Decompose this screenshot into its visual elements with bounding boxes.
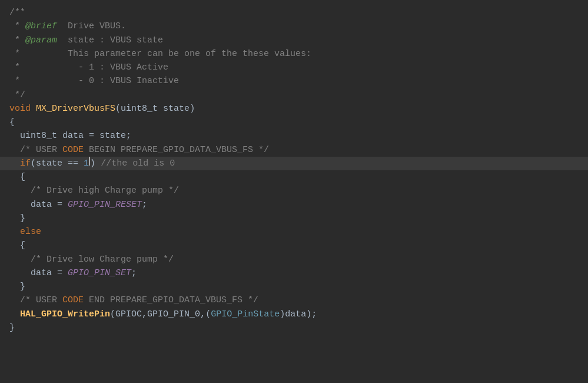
var-state: state bbox=[99, 129, 126, 143]
indent bbox=[9, 308, 20, 321]
operator-assign2: = bbox=[52, 266, 68, 280]
semicolon2: ; bbox=[131, 266, 137, 280]
indent bbox=[9, 225, 20, 239]
close-brace: } bbox=[20, 212, 25, 225]
code-line-16: } bbox=[0, 212, 588, 225]
indent bbox=[9, 239, 20, 252]
indent bbox=[9, 170, 20, 184]
space bbox=[31, 102, 36, 115]
paren-open2: ( bbox=[110, 308, 115, 321]
var-data2: data bbox=[31, 266, 52, 280]
keyword-else: else bbox=[20, 225, 41, 239]
operator-assign: = bbox=[52, 198, 68, 212]
comment-text: * This parameter can be one of the these… bbox=[9, 47, 311, 61]
var-data3: data bbox=[285, 308, 306, 321]
comment-drive-low: /* Drive low Charge pump */ bbox=[31, 253, 174, 266]
paren-open: ( bbox=[31, 157, 36, 170]
comment-text: /** bbox=[9, 6, 25, 19]
paren-close: ) bbox=[90, 157, 95, 170]
operator-eq: == bbox=[62, 157, 84, 170]
indent bbox=[9, 129, 20, 143]
code-keyword2: CODE bbox=[62, 293, 84, 307]
code-line-12: if(state == 1) //the old is 0 bbox=[0, 157, 588, 170]
code-line-2: * @brief Drive VBUS. bbox=[0, 19, 588, 33]
code-line-4: * This parameter can be one of the these… bbox=[0, 47, 588, 61]
code-line-15: data = GPIO_PIN_RESET; bbox=[0, 198, 588, 212]
cast-paren-close: ) bbox=[280, 308, 285, 321]
code-line-5: * - 1 : VBUS Active bbox=[0, 61, 588, 74]
code-editor: /** * @brief Drive VBUS. * @param state … bbox=[0, 0, 588, 383]
space: = bbox=[84, 129, 99, 143]
gpio-pinstate: GPIO_PinState bbox=[211, 308, 280, 321]
pin0: GPIO_PIN_0 bbox=[147, 308, 200, 321]
cast-paren-open: ( bbox=[205, 308, 211, 321]
comma2: , bbox=[200, 308, 205, 321]
paren: ( bbox=[115, 102, 121, 115]
code-line-14: /* Drive high Charge pump */ bbox=[0, 184, 588, 197]
indent bbox=[9, 184, 31, 197]
keyword-if: if bbox=[20, 157, 31, 170]
paren-close2: ); bbox=[306, 308, 317, 321]
comment-drive-high: /* Drive high Charge pump */ bbox=[31, 184, 179, 197]
code-line-23: HAL_GPIO_WritePin(GPIOC,GPIO_PIN_0,(GPIO… bbox=[0, 308, 588, 321]
space bbox=[158, 102, 163, 115]
code-line-24: } bbox=[0, 321, 588, 335]
close-brace-final: } bbox=[9, 321, 15, 335]
comma1: , bbox=[142, 308, 147, 321]
semicolon: ; bbox=[126, 129, 131, 143]
code-line-10: uint8_t data = state; bbox=[0, 129, 588, 143]
indent bbox=[9, 280, 20, 293]
comment-text: * - 0 : VBUS Inactive bbox=[9, 74, 179, 88]
user-code-end-comment2: END PREPARE_GPIO_DATA_VBUS_FS */ bbox=[84, 293, 258, 307]
comment-text: * - 1 : VBUS Active bbox=[9, 61, 168, 74]
macro-reset: GPIO_PIN_RESET bbox=[68, 198, 142, 212]
comment-text: state : VBUS state bbox=[57, 34, 163, 47]
type-uint8: uint8_t bbox=[20, 129, 57, 143]
space bbox=[57, 129, 62, 143]
comment-text: * bbox=[9, 34, 25, 47]
code-line-21: } bbox=[0, 280, 588, 293]
var-state: state bbox=[36, 157, 62, 170]
comment-text: * bbox=[9, 19, 25, 33]
code-line-19: /* Drive low Charge pump */ bbox=[0, 253, 588, 266]
close-brace2: } bbox=[20, 280, 25, 293]
var-data: data bbox=[31, 198, 52, 212]
comment-tag: @brief bbox=[25, 19, 57, 33]
open-brace: { bbox=[9, 115, 15, 129]
comment-param-tag: @param bbox=[25, 34, 57, 47]
code-keyword: CODE bbox=[62, 143, 84, 157]
indent bbox=[9, 293, 20, 307]
code-line-13: { bbox=[0, 170, 588, 184]
code-line-8: void MX_DriverVbusFS(uint8_t state) bbox=[0, 102, 588, 115]
user-code-end-comment: /* USER bbox=[20, 293, 62, 307]
open-brace: { bbox=[20, 170, 25, 184]
keyword-void: void bbox=[9, 102, 31, 115]
code-line-20: data = GPIO_PIN_SET; bbox=[0, 266, 588, 280]
gpioc: GPIOC bbox=[115, 308, 142, 321]
code-line-11: /* USER CODE BEGIN PREPARE_GPIO_DATA_VBU… bbox=[0, 143, 588, 157]
hal-function: HAL_GPIO_WritePin bbox=[20, 308, 110, 321]
paren-close: ) bbox=[190, 102, 195, 115]
user-code-comment2: BEGIN PREPARE_GPIO_DATA_VBUS_FS */ bbox=[84, 143, 269, 157]
param-state: state bbox=[163, 102, 190, 115]
type-uint8: uint8_t bbox=[121, 102, 158, 115]
code-line-22: /* USER CODE END PREPARE_GPIO_DATA_VBUS_… bbox=[0, 293, 588, 307]
code-line-18: { bbox=[0, 239, 588, 252]
semicolon: ; bbox=[142, 198, 147, 212]
function-name: MX_DriverVbusFS bbox=[36, 102, 115, 115]
indent bbox=[9, 266, 31, 280]
code-line-17: else bbox=[0, 225, 588, 239]
user-code-comment: /* USER bbox=[20, 143, 62, 157]
space bbox=[95, 157, 101, 170]
code-line-9: { bbox=[0, 115, 588, 129]
open-brace: { bbox=[20, 239, 25, 252]
macro-set: GPIO_PIN_SET bbox=[68, 266, 131, 280]
inline-comment: //the old is 0 bbox=[101, 157, 175, 170]
indent bbox=[9, 143, 20, 157]
code-line-1: /** bbox=[0, 6, 588, 19]
code-line-7: */ bbox=[0, 88, 588, 102]
indent bbox=[9, 253, 31, 266]
comment-text: */ bbox=[9, 88, 25, 102]
var-data: data bbox=[62, 129, 84, 143]
code-line-6: * - 0 : VBUS Inactive bbox=[0, 74, 588, 88]
